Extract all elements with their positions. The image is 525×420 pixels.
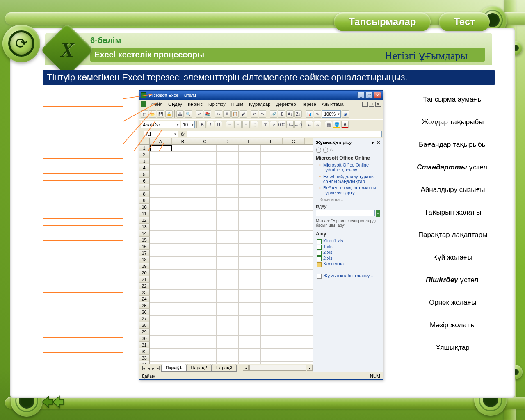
tab-tasks[interactable]: Тапсырмалар xyxy=(334,12,431,31)
row-headers[interactable]: 1234567891011121314151617181920212223242… xyxy=(139,145,150,364)
font-color-icon[interactable]: A xyxy=(341,121,349,128)
hscroll-right-icon[interactable]: ▸ xyxy=(307,365,313,371)
print-icon[interactable]: 🖶 xyxy=(176,110,184,118)
align-right-icon[interactable]: ≡ xyxy=(242,121,250,128)
task-pane-back-icon[interactable]: ◯ xyxy=(316,147,321,153)
label-9[interactable]: Пішімдеу үстелі xyxy=(409,276,496,284)
row-header[interactable]: 32 xyxy=(139,348,150,355)
row-header[interactable]: 1 xyxy=(139,145,150,151)
tab-nav-prev[interactable]: ◂ xyxy=(146,366,151,370)
label-1[interactable]: Тапсырма аумағы xyxy=(409,95,496,104)
horizontal-scrollbar[interactable]: ◂ ▸ xyxy=(243,364,313,372)
menu-format[interactable]: Пішім xyxy=(229,101,246,107)
label-12[interactable]: Ұяшықтар xyxy=(409,343,496,352)
online-link-3[interactable]: Вебтен тізімді автоматты түрде жаңарту xyxy=(319,185,380,196)
new-icon[interactable]: ▢ xyxy=(141,110,148,118)
row-header[interactable]: 7 xyxy=(139,184,150,191)
drop-box-12[interactable] xyxy=(43,337,123,353)
row-header[interactable]: 25 xyxy=(139,302,150,309)
doc-minimize-button[interactable]: _ xyxy=(362,102,368,107)
drop-box-6[interactable] xyxy=(43,203,123,219)
currency-icon[interactable]: ₸ xyxy=(262,121,269,128)
recent-file-2[interactable]: 1.xls xyxy=(316,244,380,249)
column-header[interactable]: A xyxy=(150,138,172,144)
new-workbook-link[interactable]: Жұмыс кітабын жасау... xyxy=(316,273,380,278)
task-pane-fwd-icon[interactable]: ◯ xyxy=(323,147,328,153)
percent-icon[interactable]: % xyxy=(270,121,277,128)
row-header[interactable]: 3 xyxy=(139,158,150,164)
nav-back-button[interactable] xyxy=(39,394,68,410)
standard-toolbar[interactable]: ▢ 📂 💾 🔒 🖶 🔍 ✔ 📚 ✂ ⧉ 📋 🖌 ↶ ↷ 🔗 xyxy=(139,109,383,119)
drop-box-2[interactable] xyxy=(43,114,123,129)
label-3[interactable]: Бағандар тақырыбы xyxy=(409,140,496,149)
sheet-tab-1[interactable]: Парақ1 xyxy=(161,364,187,372)
row-header[interactable]: 27 xyxy=(139,315,150,322)
menu-data[interactable]: Деректер xyxy=(274,101,298,107)
format-painter-icon[interactable]: 🖌 xyxy=(240,110,247,118)
row-header[interactable]: 29 xyxy=(139,329,150,335)
tab-test[interactable]: Тест xyxy=(439,12,490,31)
align-left-icon[interactable]: ≡ xyxy=(226,121,233,128)
tab-nav-first[interactable]: I◂ xyxy=(141,366,146,370)
dec-indent-icon[interactable]: ⇤ xyxy=(306,121,313,128)
open-more[interactable]: Қосымша... xyxy=(316,261,380,267)
row-header[interactable]: 18 xyxy=(139,256,150,263)
recent-file-1[interactable]: Кітап1.xls xyxy=(316,238,380,243)
italic-icon[interactable]: I xyxy=(207,121,214,128)
help-icon[interactable]: ◉ xyxy=(342,110,349,118)
row-header[interactable]: 28 xyxy=(139,322,150,329)
fx-label[interactable]: fx xyxy=(181,132,185,137)
window-minimize-button[interactable]: _ xyxy=(357,92,365,98)
row-header[interactable]: 24 xyxy=(139,296,150,302)
column-header[interactable]: B xyxy=(172,138,194,144)
drop-box-3[interactable] xyxy=(43,136,123,151)
open-icon[interactable]: 📂 xyxy=(149,110,156,118)
menu-tools[interactable]: Құралдар xyxy=(247,101,273,108)
row-header[interactable]: 5 xyxy=(139,171,150,178)
formatting-toolbar[interactable]: Arial Cyr 10 B I U ≡ ≡ ≡ ⬚ ₸ % 000 .0→ ←… xyxy=(139,119,383,130)
hscroll-left-icon[interactable]: ◂ xyxy=(243,365,249,371)
cut-icon[interactable]: ✂ xyxy=(215,110,222,118)
column-header[interactable]: F xyxy=(260,138,283,144)
label-5[interactable]: Айналдыру сызығы xyxy=(409,185,496,194)
task-pane-search-go[interactable]: → xyxy=(376,210,380,217)
row-header[interactable]: 21 xyxy=(139,276,150,283)
column-header[interactable]: D xyxy=(216,138,238,144)
doc-restore-button[interactable]: ❐ xyxy=(369,102,374,107)
label-2[interactable]: Жолдар тақырыбы xyxy=(409,118,496,126)
font-name-combo[interactable]: Arial Cyr xyxy=(141,121,180,128)
task-pane-close-icon[interactable]: ✕ xyxy=(377,140,380,145)
drop-box-8[interactable] xyxy=(43,248,123,263)
zoom-combo[interactable]: 100% xyxy=(322,110,341,118)
task-pane-dropdown-icon[interactable]: ▾ xyxy=(372,140,374,145)
name-box[interactable]: A1 xyxy=(144,131,178,137)
formula-bar[interactable]: A1 fx xyxy=(139,130,383,138)
row-header[interactable]: 15 xyxy=(139,237,150,243)
row-header[interactable]: 19 xyxy=(139,263,150,269)
active-cell[interactable] xyxy=(150,145,172,151)
menu-edit[interactable]: Өңдеу xyxy=(166,101,185,108)
chart-icon[interactable]: 📊 xyxy=(306,110,313,118)
excel-titlebar[interactable]: Microsoft Excel - Кітап1 _ ▢ ✕ xyxy=(139,91,383,100)
row-header[interactable]: 11 xyxy=(139,210,150,217)
formula-input[interactable] xyxy=(187,131,382,137)
spreadsheet-grid[interactable]: ABCDEFG 12345678910111213141516171819202… xyxy=(139,138,313,372)
permission-icon[interactable]: 🔒 xyxy=(165,110,173,118)
bold-icon[interactable]: B xyxy=(199,121,206,128)
preview-icon[interactable]: 🔍 xyxy=(185,110,192,118)
task-pane-search-input[interactable] xyxy=(316,210,375,216)
task-pane-home-icon[interactable]: ⌂ xyxy=(330,147,333,153)
save-icon[interactable]: 💾 xyxy=(157,110,164,118)
row-header[interactable]: 26 xyxy=(139,309,150,315)
inc-indent-icon[interactable]: ⇥ xyxy=(314,121,321,128)
window-close-button[interactable]: ✕ xyxy=(374,92,381,98)
drop-box-4[interactable] xyxy=(43,158,123,174)
inc-decimal-icon[interactable]: .0→ xyxy=(286,121,294,128)
reload-button[interactable]: ⟳ xyxy=(2,25,40,62)
row-header[interactable]: 20 xyxy=(139,269,150,276)
drawing-icon[interactable]: ✎ xyxy=(314,110,321,118)
drop-box-5[interactable] xyxy=(43,180,123,196)
autosum-icon[interactable]: Σ xyxy=(278,110,285,118)
spell-icon[interactable]: ✔ xyxy=(196,110,203,118)
menu-file[interactable]: Файл xyxy=(149,101,165,107)
